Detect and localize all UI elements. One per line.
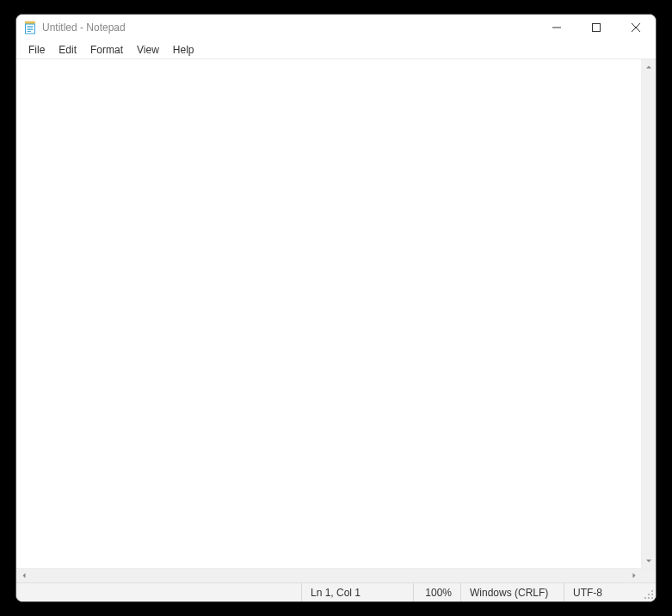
menubar: File Edit Format View Help [16,40,656,59]
horizontal-scroll-row [16,568,656,582]
menu-format[interactable]: Format [83,42,130,58]
window-controls [537,15,656,40]
scroll-right-icon[interactable] [626,569,641,582]
resize-grip-icon[interactable] [641,583,656,601]
status-spacer [16,583,301,601]
titlebar[interactable]: Untitled - Notepad [16,15,656,40]
notepad-window: Untitled - Notepad File Edit Format View… [15,14,657,602]
status-zoom: 100% [413,583,460,601]
horizontal-scroll-track[interactable] [31,569,626,582]
minimize-button[interactable] [537,15,576,40]
notepad-icon [23,21,37,34]
menu-file[interactable]: File [22,42,52,58]
svg-point-5 [648,594,650,595]
menu-help[interactable]: Help [166,42,201,58]
text-editor[interactable] [16,59,641,568]
scroll-up-icon[interactable] [642,59,656,74]
editor-area [16,59,656,568]
close-button[interactable] [616,15,656,40]
svg-point-7 [648,597,650,599]
svg-rect-1 [26,24,35,34]
svg-rect-2 [593,24,601,32]
maximize-button[interactable] [576,15,616,40]
vertical-scroll-track[interactable] [642,74,656,553]
svg-point-8 [644,597,646,599]
menu-view[interactable]: View [130,42,166,58]
horizontal-scrollbar[interactable] [16,569,641,582]
svg-point-3 [651,590,653,592]
window-title: Untitled - Notepad [42,22,537,34]
scroll-left-icon[interactable] [16,569,31,582]
status-line-ending: Windows (CRLF) [460,583,564,601]
statusbar: Ln 1, Col 1 100% Windows (CRLF) UTF-8 [16,582,656,601]
status-encoding: UTF-8 [564,583,641,601]
scroll-down-icon[interactable] [642,553,656,568]
svg-point-6 [651,597,653,599]
menu-edit[interactable]: Edit [52,42,83,58]
status-cursor-position: Ln 1, Col 1 [301,583,413,601]
svg-point-4 [651,594,653,595]
vertical-scrollbar[interactable] [641,59,656,568]
scroll-corner [641,569,656,583]
